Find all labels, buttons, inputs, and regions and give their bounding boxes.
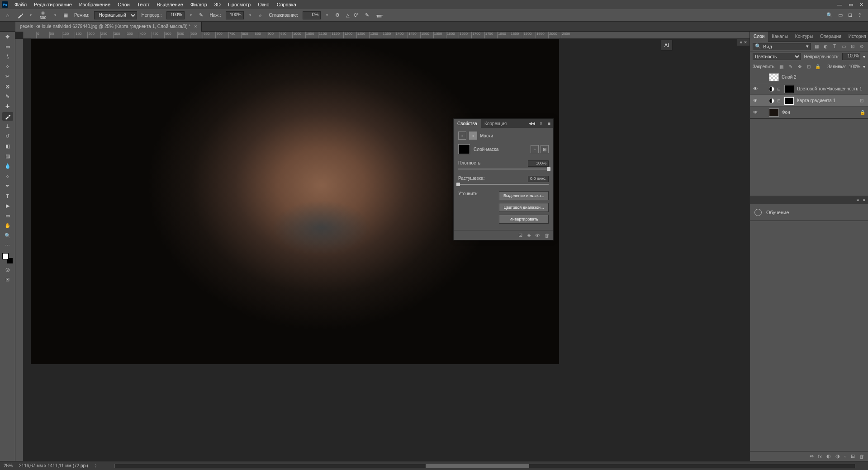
layer-fill-input[interactable]: 100% bbox=[849, 64, 860, 69]
filter-pixel-icon[interactable]: ▦ bbox=[813, 43, 820, 50]
layer-name[interactable]: Фон bbox=[782, 110, 857, 115]
color-range-button[interactable]: Цветовой диапазон... bbox=[499, 203, 549, 212]
lock-trans-icon[interactable]: ▦ bbox=[778, 63, 785, 70]
menu-image[interactable]: Изображение bbox=[76, 2, 114, 7]
menu-select[interactable]: Выделение bbox=[153, 2, 187, 7]
brush-preview[interactable]: 300 bbox=[37, 10, 49, 20]
layer-row[interactable]: 👁 ⊟ Карта градиента 1 ⊡ bbox=[750, 95, 868, 107]
layer-name[interactable]: Слой 2 bbox=[782, 75, 866, 80]
mask-thumbnail[interactable] bbox=[784, 85, 794, 93]
tab-history[interactable]: История bbox=[845, 32, 868, 42]
lock-all-icon[interactable]: 🔒 bbox=[815, 63, 821, 70]
tab-channels[interactable]: Каналы bbox=[768, 32, 792, 42]
marquee-tool-icon[interactable]: ▭ bbox=[2, 42, 13, 51]
history-brush-tool-icon[interactable]: ↺ bbox=[2, 132, 13, 141]
move-tool-icon[interactable]: ✥ bbox=[2, 33, 13, 41]
hand-tool-icon[interactable]: ✋ bbox=[2, 221, 13, 230]
collapse-icon[interactable]: ◀◀ bbox=[527, 121, 537, 126]
menu-filter[interactable]: Фильтр bbox=[187, 2, 211, 7]
tool-preset-caret-icon[interactable]: ▾ bbox=[29, 13, 33, 17]
brush-caret-icon[interactable]: ▾ bbox=[53, 13, 57, 17]
tool-preset-icon[interactable] bbox=[16, 11, 24, 19]
filter-shape-icon[interactable]: ▭ bbox=[840, 43, 847, 50]
new-group-icon[interactable]: ▫ bbox=[844, 454, 846, 459]
delete-mask-icon[interactable]: 🗑 bbox=[545, 233, 550, 238]
vector-mask-icon[interactable]: ▪ bbox=[469, 132, 477, 140]
pixel-mask-icon[interactable]: ▫ bbox=[458, 132, 466, 140]
dodge-tool-icon[interactable]: ○ bbox=[2, 172, 13, 180]
stamp-tool-icon[interactable]: ⊥ bbox=[2, 122, 13, 131]
collapse-tabs-icon[interactable]: » bbox=[740, 40, 743, 45]
delete-layer-icon[interactable]: 🗑 bbox=[859, 454, 864, 459]
apply-mask-icon[interactable]: ◈ bbox=[527, 232, 531, 238]
symmetry-icon[interactable]: ᚅ bbox=[376, 11, 384, 19]
pressure-opacity-icon[interactable]: ✎ bbox=[197, 11, 205, 19]
shape-tool-icon[interactable]: ▭ bbox=[2, 212, 13, 220]
layer-mask-icon[interactable]: ◐ bbox=[826, 453, 831, 459]
menu-3d[interactable]: 3D bbox=[211, 2, 224, 7]
airbrush-icon[interactable]: ⟐ bbox=[256, 11, 265, 19]
feather-slider[interactable] bbox=[458, 184, 549, 185]
document-tab[interactable]: pexels-ike-louie-natividad-6279440.jpg @… bbox=[15, 22, 202, 32]
layer-thumbnail[interactable] bbox=[769, 73, 779, 81]
fill-caret-icon[interactable]: ▾ bbox=[863, 64, 865, 69]
blur-tool-icon[interactable]: 💧 bbox=[2, 162, 13, 170]
invert-button[interactable]: Инвертировать bbox=[499, 215, 549, 224]
path-select-tool-icon[interactable]: ▶ bbox=[2, 202, 13, 210]
add-mask-icon[interactable]: ⊞ bbox=[541, 145, 549, 153]
learn-label[interactable]: Обучение bbox=[766, 210, 789, 215]
zoom-level[interactable]: 25% bbox=[4, 463, 13, 468]
color-swatches[interactable] bbox=[2, 253, 13, 264]
layer-thumbnail[interactable] bbox=[769, 108, 779, 117]
density-slider[interactable] bbox=[458, 169, 549, 169]
select-and-mask-button[interactable]: Выделение и маска... bbox=[499, 191, 549, 200]
search-icon[interactable]: 🔍 bbox=[826, 12, 833, 18]
density-input[interactable]: 100% bbox=[528, 160, 549, 167]
lasso-tool-icon[interactable]: ⟆ bbox=[2, 52, 13, 61]
window-close-icon[interactable]: ✕ bbox=[859, 2, 863, 8]
layer-filter-select[interactable]: 🔍 Вид ▾ bbox=[753, 43, 811, 50]
layer-name[interactable]: Цветовой тон/Насыщенность 1 bbox=[797, 86, 866, 91]
brush-panel-icon[interactable]: ▦ bbox=[62, 11, 70, 19]
arrange-icon[interactable]: ▭ bbox=[838, 12, 843, 18]
new-adj-icon[interactable]: ◑ bbox=[835, 453, 840, 459]
menu-file[interactable]: Файл bbox=[11, 2, 30, 7]
brush-tool-icon[interactable] bbox=[2, 112, 13, 121]
pressure-size-icon[interactable]: ✎ bbox=[363, 11, 371, 19]
mask-link-icon[interactable]: ⊟ bbox=[777, 99, 782, 103]
layer-row[interactable]: 👁 Фон 🔒 bbox=[750, 107, 868, 118]
layer-opacity-input[interactable]: 100% bbox=[842, 53, 860, 60]
healing-tool-icon[interactable]: ✚ bbox=[2, 102, 13, 111]
lock-artboard-icon[interactable]: ⊡ bbox=[806, 63, 812, 70]
smoothing-input[interactable]: 0% bbox=[303, 11, 321, 19]
tab-actions[interactable]: Операции bbox=[816, 32, 845, 42]
screenmode-icon[interactable]: ⊡ bbox=[2, 275, 13, 284]
menu-layers[interactable]: Слои bbox=[114, 2, 133, 7]
panel-menu-icon[interactable]: ≡ bbox=[545, 121, 553, 126]
edit-toolbar-icon[interactable]: ⋯ bbox=[2, 241, 13, 250]
tab-close-icon[interactable]: × bbox=[194, 24, 197, 29]
eyedropper-tool-icon[interactable]: ✎ bbox=[2, 92, 13, 101]
zoom-tool-icon[interactable]: 🔍 bbox=[2, 231, 13, 240]
frame-tool-icon[interactable]: ⊠ bbox=[2, 82, 13, 91]
tab-layers[interactable]: Слои bbox=[750, 32, 768, 42]
tab-adjustments[interactable]: Коррекция bbox=[481, 119, 510, 128]
flow-input[interactable]: 100% bbox=[226, 11, 244, 19]
select-mask-icon[interactable]: ▫ bbox=[531, 145, 539, 153]
opacity-caret-icon[interactable]: ▾ bbox=[189, 13, 193, 17]
opacity-input[interactable]: 100% bbox=[166, 11, 185, 19]
info-caret-icon[interactable]: 〉 bbox=[95, 463, 99, 469]
menu-view[interactable]: Просмотр bbox=[224, 2, 254, 7]
lock-pixels-icon[interactable]: ✎ bbox=[787, 63, 794, 70]
frame-icon[interactable]: ⊡ bbox=[848, 12, 852, 18]
visibility-toggle[interactable]: 👁 bbox=[752, 98, 759, 103]
blend-mode-select[interactable]: Нормальный bbox=[94, 11, 137, 19]
filter-type-icon[interactable]: T bbox=[831, 43, 838, 50]
mask-thumbnail[interactable] bbox=[784, 97, 794, 105]
layer-name[interactable]: Карта градиента 1 bbox=[797, 98, 857, 103]
disable-mask-icon[interactable]: 👁 bbox=[535, 233, 540, 238]
doc-info[interactable]: 2116,67 мм x 1411,11 мм (72 ppi) bbox=[19, 463, 88, 468]
share-icon[interactable]: ⇪ bbox=[858, 12, 862, 18]
layer-fx-icon[interactable]: fx bbox=[818, 454, 822, 459]
gradient-tool-icon[interactable]: ▨ bbox=[2, 152, 13, 160]
